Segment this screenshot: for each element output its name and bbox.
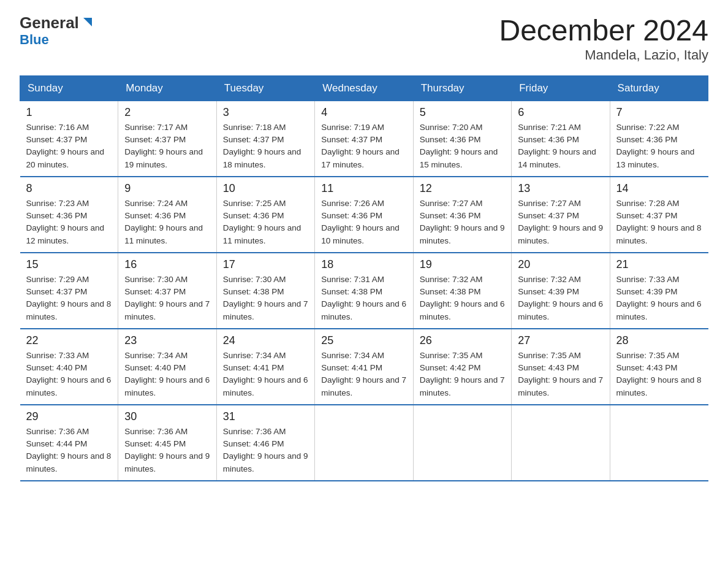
calendar-week-row: 22 Sunrise: 7:33 AM Sunset: 4:40 PM Dayl… [20,329,708,405]
calendar-day-cell: 25 Sunrise: 7:34 AM Sunset: 4:41 PM Dayl… [315,329,413,405]
day-number: 12 [420,182,505,195]
calendar-day-cell: 8 Sunrise: 7:23 AM Sunset: 4:36 PM Dayli… [20,177,118,253]
day-number: 26 [420,334,505,347]
calendar-day-cell: 29 Sunrise: 7:36 AM Sunset: 4:44 PM Dayl… [20,405,118,481]
day-info: Sunrise: 7:25 AM Sunset: 4:36 PM Dayligh… [223,197,308,247]
day-number: 8 [26,182,112,195]
calendar-day-cell: 9 Sunrise: 7:24 AM Sunset: 4:36 PM Dayli… [118,177,216,253]
calendar-day-cell: 20 Sunrise: 7:32 AM Sunset: 4:39 PM Dayl… [512,253,610,329]
day-info: Sunrise: 7:20 AM Sunset: 4:36 PM Dayligh… [420,121,505,171]
calendar-day-cell: 27 Sunrise: 7:35 AM Sunset: 4:43 PM Dayl… [512,329,610,405]
day-info: Sunrise: 7:18 AM Sunset: 4:37 PM Dayligh… [223,121,308,171]
calendar-table: SundayMondayTuesdayWednesdayThursdayFrid… [20,75,708,481]
calendar-week-row: 29 Sunrise: 7:36 AM Sunset: 4:44 PM Dayl… [20,405,708,481]
day-info: Sunrise: 7:36 AM Sunset: 4:45 PM Dayligh… [124,426,210,475]
day-info: Sunrise: 7:33 AM Sunset: 4:39 PM Dayligh… [616,274,702,323]
day-number: 15 [26,258,112,271]
day-number: 14 [616,182,702,195]
day-info: Sunrise: 7:36 AM Sunset: 4:46 PM Dayligh… [223,426,308,475]
day-info: Sunrise: 7:24 AM Sunset: 4:36 PM Dayligh… [124,197,210,247]
calendar-day-cell: 11 Sunrise: 7:26 AM Sunset: 4:36 PM Dayl… [315,177,413,253]
calendar-day-cell: 10 Sunrise: 7:25 AM Sunset: 4:36 PM Dayl… [216,177,314,253]
day-number: 6 [518,106,603,119]
calendar-week-row: 1 Sunrise: 7:16 AM Sunset: 4:37 PM Dayli… [20,101,708,177]
calendar-empty-cell [610,405,708,481]
calendar-day-cell: 13 Sunrise: 7:27 AM Sunset: 4:37 PM Dayl… [512,177,610,253]
weekday-header-monday: Monday [118,75,216,101]
day-info: Sunrise: 7:21 AM Sunset: 4:36 PM Dayligh… [518,121,603,171]
day-info: Sunrise: 7:19 AM Sunset: 4:37 PM Dayligh… [321,121,406,171]
calendar-empty-cell [413,405,511,481]
day-info: Sunrise: 7:17 AM Sunset: 4:37 PM Dayligh… [124,121,210,171]
logo-blue: Blue [20,32,49,48]
day-number: 21 [616,258,702,271]
day-info: Sunrise: 7:34 AM Sunset: 4:41 PM Dayligh… [321,350,406,399]
day-number: 17 [223,258,308,271]
day-number: 27 [518,334,603,347]
day-info: Sunrise: 7:29 AM Sunset: 4:37 PM Dayligh… [26,274,112,323]
day-number: 2 [124,106,210,119]
calendar-day-cell: 6 Sunrise: 7:21 AM Sunset: 4:36 PM Dayli… [512,101,610,177]
calendar-day-cell: 16 Sunrise: 7:30 AM Sunset: 4:37 PM Dayl… [118,253,216,329]
calendar-day-cell: 22 Sunrise: 7:33 AM Sunset: 4:40 PM Dayl… [20,329,118,405]
day-number: 20 [518,258,603,271]
day-info: Sunrise: 7:30 AM Sunset: 4:38 PM Dayligh… [223,274,308,323]
calendar-day-cell: 1 Sunrise: 7:16 AM Sunset: 4:37 PM Dayli… [20,101,118,177]
day-number: 13 [518,182,603,195]
day-number: 3 [223,106,308,119]
weekday-header-wednesday: Wednesday [315,75,413,101]
calendar-day-cell: 15 Sunrise: 7:29 AM Sunset: 4:37 PM Dayl… [20,253,118,329]
day-number: 18 [321,258,406,271]
calendar-day-cell: 26 Sunrise: 7:35 AM Sunset: 4:42 PM Dayl… [413,329,511,405]
day-info: Sunrise: 7:33 AM Sunset: 4:40 PM Dayligh… [26,350,112,399]
title-block: December 2024 Mandela, Lazio, Italy [499,15,708,63]
calendar-week-row: 15 Sunrise: 7:29 AM Sunset: 4:37 PM Dayl… [20,253,708,329]
weekday-header-sunday: Sunday [20,75,118,101]
day-info: Sunrise: 7:35 AM Sunset: 4:43 PM Dayligh… [616,350,702,399]
weekday-header-tuesday: Tuesday [216,75,314,101]
calendar-day-cell: 30 Sunrise: 7:36 AM Sunset: 4:45 PM Dayl… [118,405,216,481]
day-info: Sunrise: 7:35 AM Sunset: 4:42 PM Dayligh… [420,350,505,399]
page-header: General Blue December 2024 Mandela, Lazi… [20,15,708,63]
calendar-day-cell: 14 Sunrise: 7:28 AM Sunset: 4:37 PM Dayl… [610,177,708,253]
day-number: 10 [223,182,308,195]
page-title: December 2024 [499,15,708,47]
calendar-day-cell: 4 Sunrise: 7:19 AM Sunset: 4:37 PM Dayli… [315,101,413,177]
day-info: Sunrise: 7:34 AM Sunset: 4:40 PM Dayligh… [124,350,210,399]
day-number: 11 [321,182,406,195]
day-info: Sunrise: 7:27 AM Sunset: 4:36 PM Dayligh… [420,197,505,247]
calendar-day-cell: 24 Sunrise: 7:34 AM Sunset: 4:41 PM Dayl… [216,329,314,405]
day-info: Sunrise: 7:34 AM Sunset: 4:41 PM Dayligh… [223,350,308,399]
day-info: Sunrise: 7:28 AM Sunset: 4:37 PM Dayligh… [616,197,702,247]
day-info: Sunrise: 7:22 AM Sunset: 4:36 PM Dayligh… [616,121,702,171]
day-number: 24 [223,334,308,347]
logo: General Blue [20,15,93,48]
day-number: 5 [420,106,505,119]
weekday-header-saturday: Saturday [610,75,708,101]
calendar-day-cell: 28 Sunrise: 7:35 AM Sunset: 4:43 PM Dayl… [610,329,708,405]
calendar-day-cell: 2 Sunrise: 7:17 AM Sunset: 4:37 PM Dayli… [118,101,216,177]
calendar-week-row: 8 Sunrise: 7:23 AM Sunset: 4:36 PM Dayli… [20,177,708,253]
day-info: Sunrise: 7:30 AM Sunset: 4:37 PM Dayligh… [124,274,210,323]
page-subtitle: Mandela, Lazio, Italy [499,47,708,63]
day-info: Sunrise: 7:36 AM Sunset: 4:44 PM Dayligh… [26,426,112,475]
calendar-day-cell: 7 Sunrise: 7:22 AM Sunset: 4:36 PM Dayli… [610,101,708,177]
day-info: Sunrise: 7:26 AM Sunset: 4:36 PM Dayligh… [321,197,406,247]
calendar-header-row: SundayMondayTuesdayWednesdayThursdayFrid… [20,75,708,101]
day-info: Sunrise: 7:23 AM Sunset: 4:36 PM Dayligh… [26,197,112,247]
day-number: 29 [26,410,112,423]
day-number: 9 [124,182,210,195]
calendar-day-cell: 12 Sunrise: 7:27 AM Sunset: 4:36 PM Dayl… [413,177,511,253]
weekday-header-thursday: Thursday [413,75,511,101]
calendar-day-cell: 21 Sunrise: 7:33 AM Sunset: 4:39 PM Dayl… [610,253,708,329]
day-number: 31 [223,410,308,423]
calendar-day-cell: 3 Sunrise: 7:18 AM Sunset: 4:37 PM Dayli… [216,101,314,177]
calendar-day-cell: 17 Sunrise: 7:30 AM Sunset: 4:38 PM Dayl… [216,253,314,329]
svg-marker-0 [83,18,92,26]
logo-triangle-icon [80,15,93,29]
weekday-header-friday: Friday [512,75,610,101]
calendar-day-cell: 19 Sunrise: 7:32 AM Sunset: 4:38 PM Dayl… [413,253,511,329]
day-number: 7 [616,106,702,119]
day-info: Sunrise: 7:32 AM Sunset: 4:38 PM Dayligh… [420,274,505,323]
day-info: Sunrise: 7:32 AM Sunset: 4:39 PM Dayligh… [518,274,603,323]
